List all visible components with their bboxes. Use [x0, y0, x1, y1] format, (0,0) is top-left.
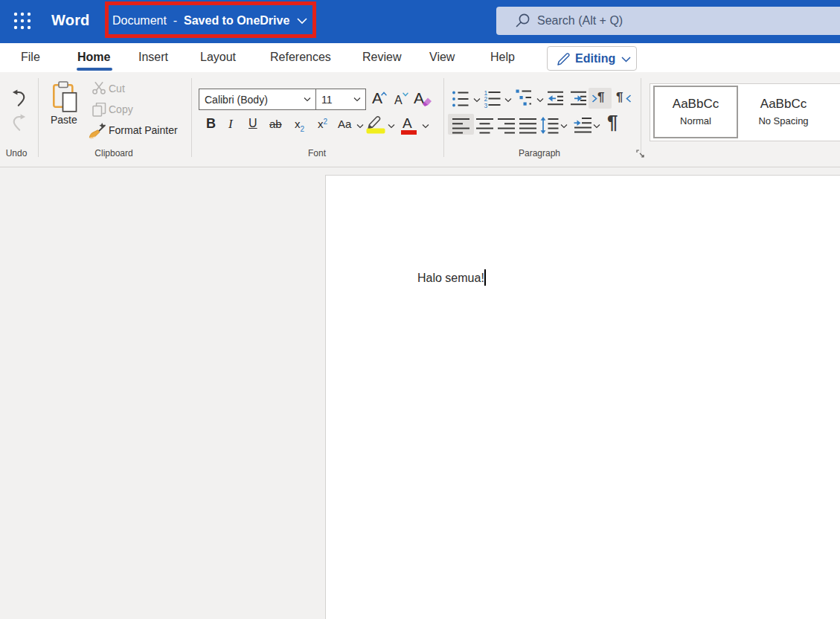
svg-text:3: 3	[484, 102, 488, 109]
